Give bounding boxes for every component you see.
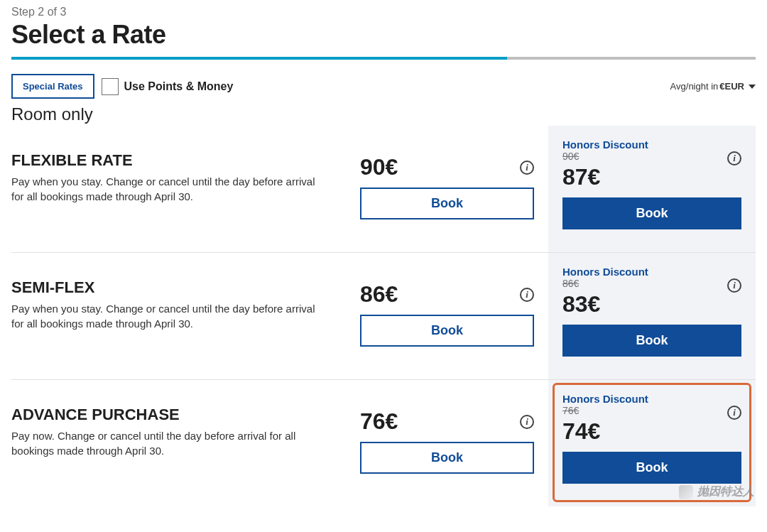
honors-price: 83€ [562, 291, 741, 317]
rate-row: FLEXIBLE RATEPay when you stay. Change o… [11, 126, 756, 252]
standard-price: 76€ [360, 408, 398, 435]
rate-name: FLEXIBLE RATE [11, 151, 334, 170]
standard-price: 86€ [360, 281, 398, 308]
checkbox-icon[interactable] [102, 78, 119, 95]
honors-discount-label: Honors Discount [562, 139, 648, 151]
book-button-standard[interactable]: Book [360, 442, 534, 474]
rate-row: ADVANCE PURCHASEPay now. Change or cance… [11, 379, 756, 506]
info-icon[interactable]: i [520, 161, 534, 175]
info-icon[interactable]: i [727, 406, 741, 420]
avg-label-prefix: Avg/night in [670, 81, 719, 92]
currency-selector[interactable]: Avg/night in €EUR [670, 81, 756, 92]
info-icon[interactable]: i [520, 288, 534, 302]
special-rates-button[interactable]: Special Rates [11, 74, 94, 99]
honors-price: 74€ [562, 418, 741, 445]
watermark: 抛因特达人 [679, 484, 754, 499]
book-button-honors[interactable]: Book [562, 452, 741, 484]
info-icon[interactable]: i [727, 151, 741, 165]
rate-name: SEMI-FLEX [11, 278, 334, 297]
rate-name: ADVANCE PURCHASE [11, 406, 334, 424]
book-button-standard[interactable]: Book [360, 315, 534, 347]
honors-discount-label: Honors Discount [562, 393, 648, 405]
chevron-down-icon [749, 85, 756, 89]
rate-row: SEMI-FLEXPay when you stay. Change or ca… [11, 252, 756, 379]
standard-price: 90€ [360, 154, 398, 180]
progress-bar [11, 57, 756, 60]
watermark-icon [679, 485, 693, 499]
honors-price: 87€ [562, 164, 741, 190]
currency-label: €EUR [719, 81, 744, 92]
watermark-text: 抛因特达人 [697, 484, 754, 499]
rate-description: Pay when you stay. Change or cancel unti… [11, 174, 317, 204]
honors-discount-label: Honors Discount [562, 266, 648, 278]
honors-strike-price: 86€ [562, 278, 648, 289]
book-button-standard[interactable]: Book [360, 188, 534, 219]
info-icon[interactable]: i [727, 278, 741, 293]
progress-fill [11, 57, 507, 60]
honors-strike-price: 76€ [562, 405, 648, 416]
use-points-label: Use Points & Money [124, 80, 234, 93]
rate-description: Pay now. Change or cancel until the day … [11, 428, 317, 458]
info-icon[interactable]: i [520, 415, 534, 429]
step-indicator: Step 2 of 3 [11, 6, 756, 18]
use-points-toggle[interactable]: Use Points & Money [102, 78, 234, 95]
book-button-honors[interactable]: Book [562, 325, 741, 357]
honors-strike-price: 90€ [562, 151, 648, 162]
rate-description: Pay when you stay. Change or cancel unti… [11, 301, 317, 331]
section-heading: Room only [11, 104, 756, 124]
page-title: Select a Rate [11, 20, 756, 50]
book-button-honors[interactable]: Book [562, 197, 741, 229]
